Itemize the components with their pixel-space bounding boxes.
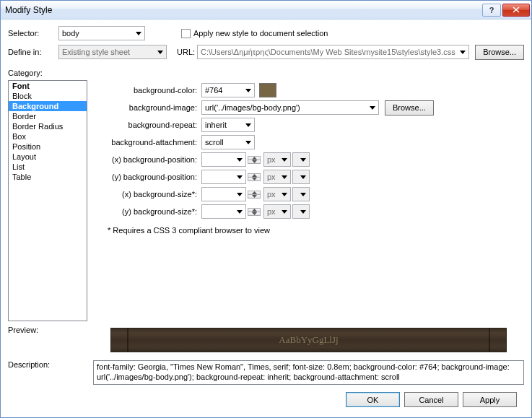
url-label: URL: xyxy=(177,48,197,56)
bg-size-x-label: (x) background-size*: xyxy=(93,190,201,199)
definein-combo[interactable]: Existing style sheet xyxy=(58,45,167,59)
bg-color-swatch[interactable] xyxy=(259,83,276,97)
bg-repeat-label: background-repeat: xyxy=(93,121,201,129)
category-list[interactable]: Font Block Background Border Border Radi… xyxy=(8,80,87,321)
spin-down-icon[interactable] xyxy=(248,195,260,198)
category-item-list[interactable]: List xyxy=(9,162,87,172)
bg-pos-x-combo[interactable] xyxy=(201,152,246,167)
bg-color-combo[interactable]: #764 xyxy=(201,83,255,97)
bg-pos-x-label: (x) background-position: xyxy=(93,155,201,164)
bg-pos-y-unit[interactable]: px xyxy=(263,170,291,184)
titlebar: Modify Style ? xyxy=(1,1,531,19)
bg-size-x-unit[interactable]: px xyxy=(263,187,291,201)
selector-label: Selector: xyxy=(8,29,58,38)
bg-size-x-combo[interactable] xyxy=(201,187,246,201)
bg-image-browse-button[interactable]: Browse... xyxy=(385,100,434,116)
bg-pos-x-unit[interactable]: px xyxy=(263,152,291,167)
description-label: Description: xyxy=(8,360,93,385)
bg-pos-y-extra[interactable] xyxy=(292,170,310,184)
bg-size-y-combo[interactable] xyxy=(201,204,246,219)
window-title: Modify Style xyxy=(5,5,482,15)
bg-size-x-spinner[interactable] xyxy=(248,191,261,199)
spin-down-icon[interactable] xyxy=(248,212,260,215)
bg-size-y-label: (y) background-size*: xyxy=(93,207,201,216)
bg-pos-x-extra[interactable] xyxy=(292,152,310,167)
spin-down-icon[interactable] xyxy=(248,160,260,163)
bg-repeat-combo[interactable]: inherit xyxy=(201,118,255,132)
bg-pos-x-spinner[interactable] xyxy=(248,156,261,164)
spin-down-icon[interactable] xyxy=(248,178,260,180)
bg-color-label: background-color: xyxy=(93,86,201,95)
bg-size-x-extra[interactable] xyxy=(292,187,310,201)
cancel-button[interactable]: Cancel xyxy=(404,392,458,407)
ok-button[interactable]: OK xyxy=(346,392,400,407)
close-button[interactable] xyxy=(502,4,530,17)
bg-image-label: background-image: xyxy=(93,103,201,112)
url-combo[interactable]: C:\Users\Δημήτρης\Documents\My Web Sites… xyxy=(197,45,469,59)
category-item-block[interactable]: Block xyxy=(9,91,87,101)
css3-note: * Requires a CSS 3 compliant browser to … xyxy=(93,220,524,235)
apply-style-label: Apply new style to document selection xyxy=(193,29,328,38)
preview-label: Preview: xyxy=(8,326,93,354)
bg-pos-y-spinner[interactable] xyxy=(248,173,261,181)
bg-image-combo[interactable]: url('../images/bg-body.png') xyxy=(201,100,379,115)
help-button[interactable]: ? xyxy=(482,4,501,17)
category-item-font[interactable]: Font xyxy=(9,81,87,91)
preview-sample: AaBbYyGgLlJj xyxy=(110,328,507,352)
selector-combo[interactable]: body xyxy=(58,26,145,40)
apply-button[interactable]: Apply xyxy=(463,392,517,407)
apply-style-checkbox[interactable] xyxy=(181,29,191,38)
category-item-table[interactable]: Table xyxy=(9,172,87,182)
category-item-background[interactable]: Background xyxy=(9,101,87,111)
url-browse-button[interactable]: Browse... xyxy=(475,45,524,60)
definein-label: Define in: xyxy=(8,48,58,56)
category-item-border-radius[interactable]: Border Radius xyxy=(9,121,87,131)
bg-size-y-spinner[interactable] xyxy=(248,208,261,216)
category-label: Category: xyxy=(8,69,524,77)
category-item-position[interactable]: Position xyxy=(9,141,87,152)
description-box: font-family: Georgia, "Times New Roman",… xyxy=(93,360,524,385)
modify-style-dialog: Modify Style ? Selector: body Apply new … xyxy=(0,0,532,418)
preview-box: AaBbYyGgLlJj xyxy=(93,326,524,354)
bg-attach-label: background-attachment: xyxy=(93,138,201,147)
bg-pos-y-combo[interactable] xyxy=(201,170,246,184)
category-item-layout[interactable]: Layout xyxy=(9,152,87,162)
category-item-border[interactable]: Border xyxy=(9,111,87,121)
bg-size-y-extra[interactable] xyxy=(292,204,310,219)
bg-pos-y-label: (y) background-position: xyxy=(93,173,201,181)
background-form: background-color: #764 background-image:… xyxy=(93,80,524,321)
category-item-box[interactable]: Box xyxy=(9,131,87,141)
bg-size-y-unit[interactable]: px xyxy=(263,204,291,219)
bg-attach-combo[interactable]: scroll xyxy=(201,135,255,149)
